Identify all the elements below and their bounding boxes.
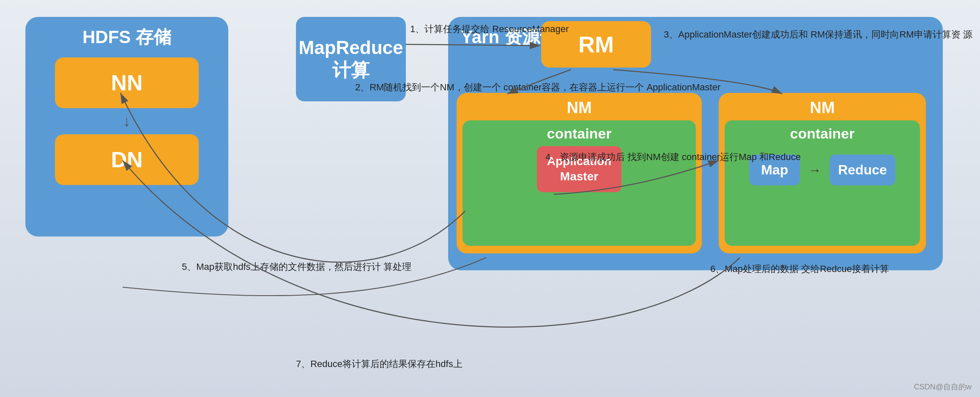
nm-left-box: NM container ApplicationMaster — [457, 93, 702, 253]
hdfs-box: HDFS 存储 NN ↓ DN — [25, 17, 228, 237]
annotation-step4: 4、资源申请成功后 找到NM创建 container运行Map 和Reduce — [545, 150, 801, 164]
container-left-label: container — [547, 125, 611, 142]
rm-label: RM — [578, 31, 614, 57]
annotation-step1: 1、计算任务提交给 ResourceManager — [410, 22, 569, 36]
hdfs-title: HDFS 存储 — [34, 25, 220, 49]
reduce-box: Reduce — [829, 155, 895, 185]
annotation-step2: 2、RM随机找到一个NM，创建一个 container容器，在容器上运行一个 A… — [355, 80, 720, 94]
nm-right-inner: container Map → Reduce — [725, 120, 920, 246]
dn-box: DN — [55, 134, 199, 185]
mapreduce-title: MapReduce 计算 — [299, 37, 403, 82]
container-right-label: container — [790, 125, 854, 142]
watermark: CSDN@自自的w — [914, 382, 972, 392]
diagram-container: HDFS 存储 NN ↓ DN MapReduce 计算 Yarn 资源调度 R… — [0, 0, 980, 397]
annotation-step6: 6、Map处理后的数据 交给Redcue接着计算 — [710, 262, 889, 276]
nm-right-label: NM — [725, 99, 920, 117]
nm-left-label: NM — [463, 99, 696, 117]
annotation-step3: 3、ApplicationMaster创建成功后和 RM保持通讯，同时向RM申请… — [664, 27, 972, 41]
nm-right-box: NM container Map → Reduce — [719, 93, 926, 253]
nn-box: NN — [55, 57, 199, 108]
nm-left-inner: container ApplicationMaster — [463, 120, 696, 246]
map-reduce-arrow: → — [808, 163, 821, 177]
nn-dn-arrow: ↓ — [34, 112, 220, 130]
annotation-step5: 5、Map获取hdfs上存储的文件数据，然后进行计 算处理 — [182, 260, 411, 274]
annotation-step7: 7、Reduce将计算后的结果保存在hdfs上 — [296, 357, 463, 371]
